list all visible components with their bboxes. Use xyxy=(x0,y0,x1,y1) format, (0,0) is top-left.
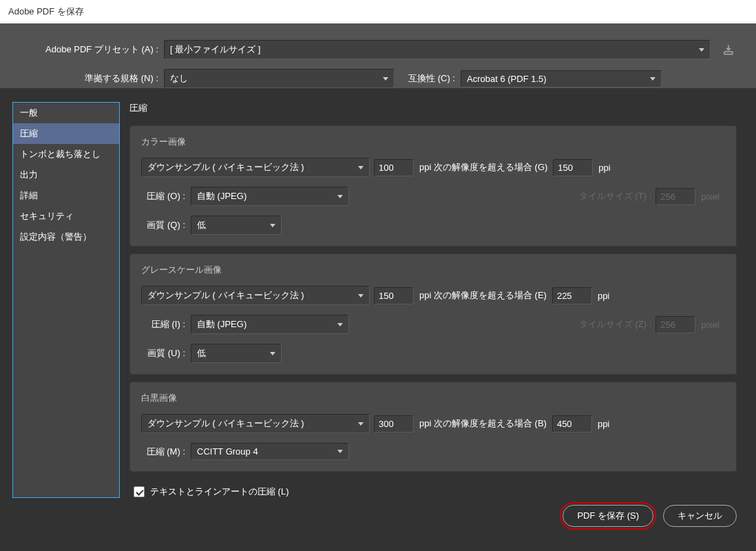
mono-ppi-label: ppi 次の解像度を超える場合 (B) xyxy=(419,417,547,430)
chevron-down-icon xyxy=(383,77,388,81)
section-color-images: カラー画像 ダウンサンプル ( バイキュービック法 ) 100 ppi 次の解像… xyxy=(129,125,737,247)
ppi-unit: ppi xyxy=(598,163,610,173)
color-quality-dropdown[interactable]: 低 xyxy=(191,216,282,235)
gray-comp-dropdown[interactable]: 自動 (JPEG) xyxy=(191,315,349,334)
mono-downsample-dropdown[interactable]: ダウンサンプル ( バイキュービック法 ) xyxy=(141,414,370,433)
panel-compression: 圧縮 カラー画像 ダウンサンプル ( バイキュービック法 ) 100 ppi 次… xyxy=(129,102,737,498)
sidebar-item-advanced[interactable]: 詳細 xyxy=(13,185,119,206)
section-mono-images: 白黒画像 ダウンサンプル ( バイキュービック法 ) 300 ppi 次の解像度… xyxy=(129,382,737,472)
save-preset-icon[interactable] xyxy=(720,41,737,58)
standard-dropdown[interactable]: なし xyxy=(164,69,395,88)
chevron-down-icon xyxy=(337,195,343,198)
standard-value: なし xyxy=(170,72,379,85)
mono-comp-value: CCITT Group 4 xyxy=(197,446,333,457)
mono-comp-dropdown[interactable]: CCITT Group 4 xyxy=(191,443,349,460)
gray-comp-value: 自動 (JPEG) xyxy=(197,318,333,331)
preset-value: [ 最小ファイルサイズ ] xyxy=(170,43,695,56)
gray-downsample-value: ダウンサンプル ( バイキュービック法 ) xyxy=(147,289,354,302)
chevron-down-icon xyxy=(358,422,364,426)
gray-quality-dropdown[interactable]: 低 xyxy=(191,344,282,363)
chevron-down-icon xyxy=(270,352,275,355)
titlebar: Adobe PDF を保存 xyxy=(0,0,756,23)
pixel-unit: pixel xyxy=(701,191,720,202)
compat-dropdown[interactable]: Acrobat 6 (PDF 1.5) xyxy=(461,70,662,87)
sidebar-item-output[interactable]: 出力 xyxy=(13,165,119,185)
chevron-down-icon xyxy=(650,77,655,81)
ppi-unit: ppi xyxy=(598,419,609,429)
section-grayscale-images: グレースケール画像 ダウンサンプル ( バイキュービック法 ) 150 ppi … xyxy=(129,253,737,375)
sidebar-item-summary[interactable]: 設定内容（警告） xyxy=(13,227,119,247)
compat-value: Acrobat 6 (PDF 1.5) xyxy=(467,74,646,84)
color-tile-input: 256 xyxy=(655,188,695,205)
color-ppi-label: ppi 次の解像度を超える場合 (G) xyxy=(419,161,547,174)
section-title-mono: 白黒画像 xyxy=(141,392,725,404)
gray-ppi-input[interactable]: 150 xyxy=(374,287,414,304)
color-downsample-dropdown[interactable]: ダウンサンプル ( バイキュービック法 ) xyxy=(141,158,370,177)
preset-dropdown[interactable]: [ 最小ファイルサイズ ] xyxy=(164,40,711,59)
dialog-footer: PDF を保存 (S) キャンセル xyxy=(0,498,756,527)
preset-label: Adobe PDF プリセット (A) : xyxy=(19,43,164,56)
sidebar-item-compression[interactable]: 圧縮 xyxy=(13,123,119,144)
gray-tile-input: 256 xyxy=(655,316,695,333)
gray-quality-label: 画質 (U) : xyxy=(141,347,191,360)
text-lineart-checkbox[interactable] xyxy=(134,486,145,497)
gray-downsample-dropdown[interactable]: ダウンサンプル ( バイキュービック法 ) xyxy=(141,286,370,305)
color-ppi2-input[interactable]: 150 xyxy=(553,159,593,176)
chevron-down-icon xyxy=(337,450,343,453)
color-comp-label: 圧縮 (O) : xyxy=(141,190,191,202)
color-comp-dropdown[interactable]: 自動 (JPEG) xyxy=(191,187,349,206)
color-tile-label: タイルサイズ (T) : xyxy=(579,190,651,202)
color-quality-value: 低 xyxy=(197,219,266,231)
color-downsample-value: ダウンサンプル ( バイキュービック法 ) xyxy=(147,161,354,174)
gray-ppi2-input[interactable]: 225 xyxy=(552,287,592,304)
save-pdf-button[interactable]: PDF を保存 (S) xyxy=(563,505,653,527)
mono-comp-label: 圧縮 (M) : xyxy=(141,446,191,458)
chevron-down-icon xyxy=(699,48,704,52)
section-title-color: カラー画像 xyxy=(141,136,725,148)
chevron-down-icon xyxy=(358,294,364,298)
section-title-gray: グレースケール画像 xyxy=(141,264,725,276)
ppi-unit: ppi xyxy=(598,291,609,301)
cancel-button[interactable]: キャンセル xyxy=(663,505,737,527)
text-lineart-label: テキストとラインアートの圧縮 (L) xyxy=(150,486,289,498)
sidebar-item-security[interactable]: セキュリティ xyxy=(13,206,119,227)
color-quality-label: 画質 (Q) : xyxy=(141,219,191,231)
gray-tile-label: タイルサイズ (Z) : xyxy=(579,318,651,331)
pixel-unit: pixel xyxy=(701,320,720,330)
gray-ppi-label: ppi 次の解像度を超える場合 (E) xyxy=(419,289,547,302)
gray-comp-label: 圧縮 (I) : xyxy=(141,318,191,331)
sidebar: 一般 圧縮 トンボと裁ち落とし 出力 詳細 セキュリティ 設定内容（警告） xyxy=(12,102,120,498)
mono-ppi-input[interactable]: 300 xyxy=(374,415,414,433)
sidebar-item-general[interactable]: 一般 xyxy=(13,103,119,123)
top-controls: Adobe PDF プリセット (A) : [ 最小ファイルサイズ ] 準拠する… xyxy=(0,23,756,88)
color-comp-value: 自動 (JPEG) xyxy=(197,190,333,202)
chevron-down-icon xyxy=(270,224,275,227)
window-title: Adobe PDF を保存 xyxy=(8,6,84,18)
panel-title: 圧縮 xyxy=(129,102,737,114)
color-ppi-input[interactable]: 100 xyxy=(374,159,414,176)
compat-label: 互換性 (C) : xyxy=(401,72,461,85)
gray-quality-value: 低 xyxy=(197,347,266,360)
checkmark-icon xyxy=(136,488,143,495)
chevron-down-icon xyxy=(337,323,343,326)
standard-label: 準拠する規格 (N) : xyxy=(19,72,164,85)
mono-ppi2-input[interactable]: 450 xyxy=(552,415,592,433)
sidebar-item-marks[interactable]: トンボと裁ち落とし xyxy=(13,144,119,165)
chevron-down-icon xyxy=(358,166,364,169)
svg-rect-0 xyxy=(724,52,733,54)
mono-downsample-value: ダウンサンプル ( バイキュービック法 ) xyxy=(147,417,354,430)
